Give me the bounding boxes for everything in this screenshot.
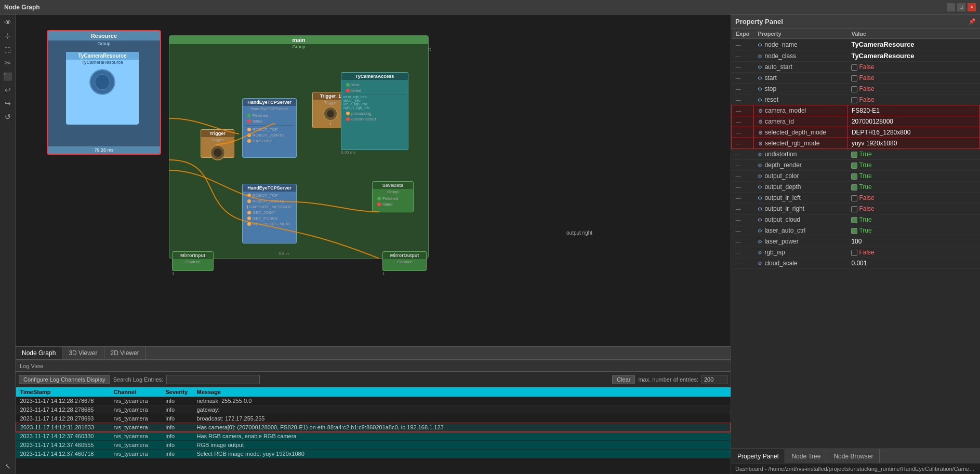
property-row[interactable]: —⚙selected_depth_modeDEPTH16_1280x800	[732, 127, 980, 138]
prop-key: ⚙cloud_scale	[753, 258, 847, 269]
node-graph-canvas[interactable]: Resource Group TyCameraResource TyCamera…	[16, 15, 731, 346]
prop-expo: —	[732, 127, 754, 138]
prop-expo: —	[732, 225, 754, 236]
tycam-access-node[interactable]: TyCameraAccess start failed color_rgb_in…	[341, 72, 408, 150]
time-label: 0.00 ms	[341, 150, 355, 155]
mirrorinput-subtitle: Capture	[173, 259, 213, 265]
log-row[interactable]: 2023-11-17 14:12:31.281833rvs_tycamerain…	[16, 423, 731, 432]
tycamera-node[interactable]: TyCameraResource TyCameraResource	[66, 52, 139, 125]
prop-key: ⚙camera_model	[753, 105, 847, 116]
close-button[interactable]: ×	[968, 3, 976, 11]
property-row[interactable]: —⚙stopFalse	[732, 84, 980, 94]
prop-expo: —	[732, 214, 754, 225]
handeye-node[interactable]: HandEyeTCPServer HandEyeTCPServer Finish…	[242, 98, 297, 158]
tab-3d-viewer[interactable]: 3D Viewer	[62, 347, 104, 359]
property-row[interactable]: —⚙rgb_ispFalse	[732, 247, 980, 258]
bottom-tabs-bar: Node Graph 3D Viewer 2D Viewer	[16, 346, 731, 360]
property-row[interactable]: —⚙output_depthTrue	[732, 182, 980, 193]
configure-log-btn[interactable]: Configure Log Channels Display	[19, 375, 110, 384]
prop-key: ⚙depth_render	[753, 160, 847, 171]
mirrorinput-node[interactable]: MirrorInput Capture	[172, 251, 214, 271]
log-cell-channel: rvs_tycamera	[110, 397, 162, 405]
undo-icon[interactable]: ↩	[2, 84, 14, 96]
log-row[interactable]: 2023-11-17 14:12:28.278678rvs_tycamerain…	[16, 397, 731, 405]
property-row[interactable]: —⚙depth_renderTrue	[732, 160, 980, 171]
log-max-entries-input[interactable]	[701, 375, 727, 384]
handeye2-node-title: HandEyeTCPServer	[243, 184, 296, 192]
property-row[interactable]: —⚙resetFalse	[732, 94, 980, 105]
property-row[interactable]: —⚙selected_rgb_modeyuyv 1920x1080	[732, 138, 980, 149]
log-cell-channel: rvs_tycamera	[110, 423, 162, 432]
minimize-button[interactable]: −	[947, 3, 955, 11]
cut-icon[interactable]: ✂	[2, 57, 14, 69]
rp-tab-property[interactable]: Property Panel	[731, 449, 785, 463]
property-row[interactable]: —⚙auto_startFalse	[732, 62, 980, 73]
log-search-input[interactable]	[166, 375, 260, 384]
log-cell-timestamp: 2023-11-17 14:12:28.278693	[16, 414, 110, 423]
maximize-button[interactable]: □	[957, 3, 965, 11]
prop-expo: —	[732, 160, 754, 171]
log-view: Log View Configure Log Channels Display …	[16, 360, 731, 474]
prop-value: True	[847, 182, 979, 193]
select-icon[interactable]: ⬚	[2, 44, 14, 55]
property-row[interactable]: —⚙node_classTyCameraResource	[732, 50, 980, 62]
rp-tab-node-browser[interactable]: Node Browser	[827, 449, 880, 463]
log-row[interactable]: 2023-11-17 14:12:37.460555rvs_tycamerain…	[16, 441, 731, 450]
col-header-severity: Severity	[162, 387, 193, 397]
prop-expo: —	[732, 62, 754, 73]
prop-value: TyCameraResource	[847, 39, 979, 50]
property-row[interactable]: —⚙cloud_scale0.001	[732, 258, 980, 269]
log-row[interactable]: 2023-11-17 14:12:28.278693rvs_tycamerain…	[16, 414, 731, 423]
log-row[interactable]: 2023-11-17 14:12:28.278685rvs_tycamerain…	[16, 405, 731, 414]
tab-node-graph[interactable]: Node Graph	[16, 347, 62, 359]
log-table-wrap[interactable]: TimeStamp Channel Severity Message 2023-…	[16, 387, 731, 474]
property-row[interactable]: —⚙node_nameTyCameraResource	[732, 39, 980, 50]
property-table-wrap[interactable]: Expo Property Value —⚙node_nameTyCameraR…	[731, 29, 980, 449]
prop-value: False	[847, 62, 979, 73]
prop-expo: —	[732, 138, 754, 149]
log-cell-message: Has camera[0]: (207000128000, FS820-E1) …	[193, 423, 731, 432]
log-cell-timestamp: 2023-11-17 14:12:37.460718	[16, 450, 110, 458]
log-row[interactable]: 2023-11-17 14:12:37.460718rvs_tycamerain…	[16, 450, 731, 458]
property-row[interactable]: —⚙undistortionTrue	[732, 149, 980, 160]
col-header-message: Message	[193, 387, 731, 397]
eye-icon[interactable]: 👁	[2, 17, 14, 28]
rp-tab-node-tree[interactable]: Node Tree	[785, 449, 827, 463]
property-row[interactable]: —⚙camera_modelFS820-E1	[732, 105, 980, 116]
log-row[interactable]: 2023-11-17 14:12:37.460330rvs_tycamerain…	[16, 432, 731, 441]
tab-2d-viewer[interactable]: 2D Viewer	[104, 347, 146, 359]
refresh-icon[interactable]: ↺	[2, 111, 14, 123]
trigger-node-subtitle: Trigger	[201, 137, 234, 143]
main-layout: 👁 ⊹ ⬚ ✂ ⬛ ↩ ↪ ↺ ↖ Resource Group TyCamer…	[0, 15, 980, 474]
property-row[interactable]: —⚙camera_id207000128000	[732, 116, 980, 127]
property-row[interactable]: —⚙output_ir_leftFalse	[732, 193, 980, 204]
log-cell-timestamp: 2023-11-17 14:12:37.460330	[16, 432, 110, 441]
handeye2-node[interactable]: HandEyeTCPServer ROBOT_TCP ROBOT_JOINTS …	[242, 184, 297, 243]
prop-key: ⚙laser_power	[753, 236, 847, 247]
log-cell-severity: info	[162, 397, 193, 405]
trigger-node[interactable]: Trigger Trigger	[201, 129, 234, 158]
pointer-icon[interactable]: ↖	[2, 461, 14, 472]
property-row[interactable]: —⚙output_ir_rightFalse	[732, 204, 980, 214]
prop-key: ⚙output_cloud	[753, 214, 847, 225]
log-clear-btn[interactable]: Clear	[612, 375, 635, 384]
prop-value: False	[847, 247, 979, 258]
prop-value: False	[847, 193, 979, 204]
property-row[interactable]: —⚙output_colorTrue	[732, 171, 980, 182]
mirroroutput-node[interactable]: MirrorOutput Capture	[382, 251, 427, 271]
redo-icon[interactable]: ↪	[2, 98, 14, 109]
connect-icon[interactable]: ⬛	[2, 71, 14, 82]
savedata-node[interactable]: SaveData Group Finished failed	[372, 181, 414, 212]
log-cell-message: Select RGB image mode: yuyv 1920x1080	[193, 450, 731, 458]
right-panel-controls: 📌	[969, 18, 976, 25]
prop-key: ⚙reset	[753, 94, 847, 105]
cursor-icon[interactable]: ⊹	[2, 30, 14, 42]
property-row[interactable]: —⚙startFalse	[732, 73, 980, 84]
rp-pin-icon[interactable]: 📌	[969, 18, 976, 25]
mirroroutput-subtitle: Capture	[383, 259, 426, 265]
property-row[interactable]: —⚙output_cloudTrue	[732, 214, 980, 225]
property-row[interactable]: —⚙laser_power100	[732, 236, 980, 247]
log-cell-channel: rvs_tycamera	[110, 432, 162, 441]
resource-group-subtitle: Group	[48, 40, 160, 47]
property-row[interactable]: —⚙laser_auto_ctrlTrue	[732, 225, 980, 236]
